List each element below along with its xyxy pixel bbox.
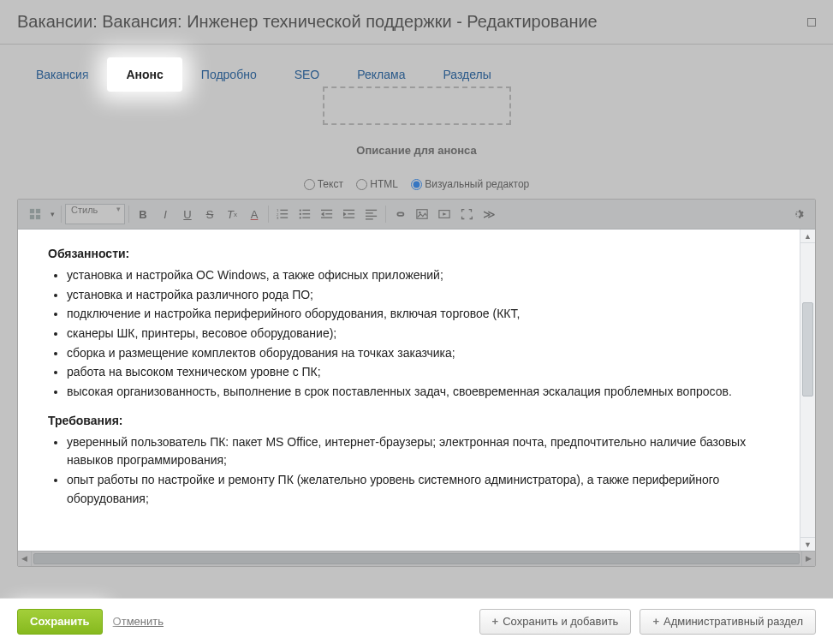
- editor-toolbar: ▾ Стиль B I U S Tx A 123: [18, 200, 815, 230]
- cancel-button[interactable]: Отменить: [113, 615, 164, 628]
- mode-text[interactable]: Текст: [304, 178, 343, 190]
- scroll-down-icon[interactable]: ▼: [800, 537, 815, 551]
- svg-rect-15: [302, 218, 310, 218]
- components-dropdown-icon[interactable]: ▾: [47, 204, 57, 224]
- editor-mode-select: Текст HTML Визуальный редактор: [17, 178, 816, 190]
- svg-text:3: 3: [277, 216, 279, 220]
- section-header: Описание для анонса: [17, 135, 816, 165]
- list-item: работа на высоком техническом уровне с П…: [67, 363, 785, 382]
- svg-rect-9: [280, 218, 288, 218]
- drop-zone[interactable]: [323, 86, 511, 125]
- clear-format-icon[interactable]: Tx: [222, 204, 242, 224]
- svg-marker-31: [443, 213, 446, 217]
- page-title: Вакансии: Вакансия: Инженер технической …: [17, 12, 598, 32]
- more-icon[interactable]: ≫: [479, 204, 499, 224]
- svg-point-14: [300, 218, 301, 219]
- svg-rect-18: [325, 213, 332, 214]
- svg-point-10: [300, 210, 301, 212]
- svg-rect-27: [366, 219, 373, 220]
- scroll-right-icon[interactable]: ▶: [801, 552, 815, 566]
- svg-rect-23: [343, 218, 354, 218]
- heading-duties: Обязанности:: [48, 247, 129, 260]
- scroll-thumb[interactable]: [802, 302, 813, 397]
- horizontal-scrollbar[interactable]: ◀ ▶: [18, 551, 815, 566]
- list-item: уверенный пользователь ПК: пакет MS Offi…: [67, 433, 785, 470]
- svg-rect-2: [30, 215, 34, 219]
- svg-rect-20: [343, 210, 354, 211]
- mode-visual[interactable]: Визуальный редактор: [411, 178, 529, 190]
- tab-vacancy[interactable]: Вакансия: [17, 57, 107, 92]
- svg-rect-7: [280, 213, 288, 214]
- indent-icon[interactable]: [339, 204, 360, 224]
- svg-rect-22: [348, 213, 354, 214]
- svg-rect-24: [366, 210, 377, 211]
- tab-ads[interactable]: Реклама: [338, 57, 424, 92]
- ul-icon[interactable]: [295, 204, 315, 224]
- vertical-scrollbar[interactable]: ▲ ▼: [800, 230, 815, 551]
- svg-rect-5: [280, 210, 288, 211]
- scroll-up-icon[interactable]: ▲: [800, 230, 815, 243]
- editor-content-area[interactable]: Обязанности: установка и настройка ОС Wi…: [18, 230, 815, 551]
- outdent-icon[interactable]: [317, 204, 337, 224]
- mode-html[interactable]: HTML: [356, 178, 398, 190]
- style-select[interactable]: Стиль: [65, 204, 125, 224]
- svg-marker-21: [343, 212, 347, 217]
- fullscreen-icon[interactable]: [456, 204, 477, 224]
- h-scroll-thumb[interactable]: [33, 553, 800, 564]
- image-icon[interactable]: [412, 204, 432, 224]
- admin-section-button[interactable]: Административный раздел: [640, 609, 816, 635]
- list-item: установка и настройка различного рода ПО…: [67, 286, 785, 305]
- bold-icon[interactable]: B: [133, 204, 153, 224]
- list-item: сборка и размещение комплектов оборудова…: [67, 344, 785, 363]
- ol-icon[interactable]: 123: [272, 204, 293, 224]
- svg-rect-3: [36, 215, 40, 219]
- save-button[interactable]: Сохранить: [17, 609, 103, 635]
- titlebar: Вакансии: Вакансия: Инженер технической …: [0, 0, 833, 45]
- tab-announce[interactable]: Анонс: [107, 57, 181, 92]
- strike-icon[interactable]: S: [199, 204, 220, 224]
- list-item: установка и настройка ОС Windows, а такж…: [67, 266, 785, 285]
- list-item: подключение и настройка периферийного об…: [67, 305, 785, 324]
- svg-rect-25: [366, 213, 373, 214]
- expand-icon[interactable]: [807, 18, 816, 27]
- list-requirements: уверенный пользователь ПК: пакет MS Offi…: [48, 433, 785, 509]
- edit-window: Вакансии: Вакансия: Инженер технической …: [0, 0, 833, 644]
- footer-bar: Сохранить Отменить Сохранить и добавить …: [0, 598, 833, 644]
- svg-rect-16: [321, 210, 332, 211]
- svg-rect-19: [321, 218, 332, 218]
- svg-marker-17: [321, 212, 324, 217]
- svg-rect-1: [36, 209, 40, 213]
- settings-icon[interactable]: [788, 204, 808, 224]
- tab-detail[interactable]: Подробно: [182, 57, 276, 92]
- align-icon[interactable]: [361, 204, 382, 224]
- font-color-icon[interactable]: A: [244, 204, 265, 224]
- list-item: сканеры ШК, принтеры, весовое оборудован…: [67, 325, 785, 343]
- link-icon[interactable]: [390, 204, 410, 224]
- editor: ▾ Стиль B I U S Tx A 123: [17, 199, 816, 567]
- list-item: высокая организованность, выполнение в с…: [67, 383, 785, 402]
- svg-rect-11: [302, 210, 310, 211]
- components-icon[interactable]: [25, 204, 45, 224]
- svg-point-29: [419, 212, 420, 213]
- heading-requirements: Требования:: [48, 414, 122, 427]
- tab-seo[interactable]: SEO: [276, 57, 339, 92]
- svg-point-12: [300, 213, 301, 215]
- save-add-button[interactable]: Сохранить и добавить: [479, 609, 632, 635]
- svg-rect-26: [366, 216, 377, 217]
- svg-rect-0: [30, 209, 34, 213]
- italic-icon[interactable]: I: [155, 204, 176, 224]
- list-duties: установка и настройка ОС Windows, а такж…: [48, 266, 785, 402]
- video-icon[interactable]: [434, 204, 455, 224]
- tab-strip: Вакансия Анонс Подробно SEO Реклама Разд…: [17, 57, 816, 92]
- tab-sections[interactable]: Разделы: [424, 57, 509, 92]
- editor-content[interactable]: Обязанности: установка и настройка ОС Wi…: [18, 230, 815, 551]
- list-item: опыт работы по настройке и ремонту ПК (ж…: [67, 471, 785, 508]
- svg-rect-13: [302, 213, 310, 214]
- underline-icon[interactable]: U: [177, 204, 198, 224]
- scroll-left-icon[interactable]: ◀: [18, 552, 32, 566]
